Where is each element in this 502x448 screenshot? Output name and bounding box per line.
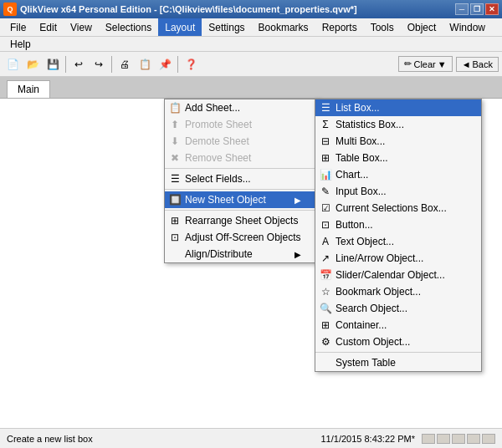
toolbar-save[interactable]: 💾: [44, 55, 62, 74]
menu-help[interactable]: Help: [3, 37, 38, 51]
status-indicators: [422, 434, 495, 444]
chart-icon: 📊: [319, 168, 332, 181]
new-sheet-object-submenu: ☰ List Box... Σ Statistics Box... ⊟ Mult…: [315, 99, 482, 372]
toolbar-paste[interactable]: 📌: [156, 55, 174, 74]
menu-bookmarks[interactable]: Bookmarks: [252, 18, 315, 36]
submenu-list-box[interactable]: ☰ List Box...: [315, 99, 481, 116]
back-button[interactable]: ◄ Back: [456, 57, 499, 72]
system-table-icon: [319, 356, 332, 369]
minimize-button[interactable]: ─: [455, 3, 469, 15]
menu-sep2: [165, 189, 318, 190]
submenu-slider-calendar[interactable]: 📅 Slider/Calendar Object...: [315, 267, 481, 283]
menu-file[interactable]: File: [3, 18, 33, 36]
toolbar-redo[interactable]: ↪: [90, 55, 108, 74]
menu-window[interactable]: Window: [443, 18, 492, 36]
toolbar-help[interactable]: ❓: [182, 55, 200, 74]
title-bar: Q QlikView x64 Personal Edition - [C:\Ql…: [0, 0, 502, 18]
menu-tools[interactable]: Tools: [364, 18, 401, 36]
close-button[interactable]: ✕: [485, 3, 499, 15]
add-sheet-icon: 📋: [168, 101, 182, 115]
toolbar-sep1: [65, 56, 66, 73]
submenu-bookmark-object[interactable]: ☆ Bookmark Object...: [315, 283, 481, 300]
current-selections-icon: ☑: [319, 201, 332, 215]
status-box-2: [437, 434, 450, 444]
clear-arrow: ▼: [438, 59, 447, 69]
select-fields-icon: ☰: [168, 172, 182, 186]
menu-adjust-offscreen[interactable]: ⊡ Adjust Off-Screen Objects: [165, 229, 318, 246]
back-label: Back: [473, 59, 493, 69]
toolbar: 📄 📂 💾 ↩ ↪ 🖨 📋 📌 ❓ ✏ Clear ▼ ◄ Back: [0, 52, 502, 77]
restore-button[interactable]: ❐: [470, 3, 484, 15]
menu-settings[interactable]: Settings: [202, 18, 251, 36]
status-bar: Create a new list box 11/1/2015 8:43:22 …: [0, 428, 502, 448]
submenu-line-arrow-object[interactable]: ↗ Line/Arrow Object...: [315, 250, 481, 267]
menu-edit[interactable]: Edit: [33, 18, 64, 36]
table-box-icon: ⊞: [319, 151, 332, 165]
toolbar-copy[interactable]: 📋: [136, 55, 154, 74]
toolbar-sep2: [111, 56, 112, 73]
menu-sep1: [165, 168, 318, 169]
container-icon: ⊞: [319, 318, 332, 332]
status-box-5: [482, 434, 495, 444]
app-icon: Q: [3, 3, 17, 16]
submenu-button[interactable]: ⊡ Button...: [315, 216, 481, 233]
toolbar-new[interactable]: 📄: [3, 55, 22, 74]
submenu-system-table[interactable]: System Table: [315, 354, 481, 371]
status-box-1: [422, 434, 435, 444]
align-distribute-icon: [168, 247, 182, 261]
status-box-4: [467, 434, 480, 444]
submenu-separator: [315, 352, 481, 353]
menu-selections[interactable]: Selections: [99, 18, 158, 36]
submenu-chart[interactable]: 📊 Chart...: [315, 166, 481, 183]
menu-bar: File Edit View Selections Layout Setting…: [0, 18, 502, 37]
status-box-3: [452, 434, 465, 444]
statistics-box-icon: Σ: [319, 118, 332, 131]
multi-box-icon: ⊟: [319, 135, 332, 148]
main-content: 📋 Add Sheet... ⬆ Promote Sheet ⬇ Demote …: [0, 99, 502, 443]
toolbar-print[interactable]: 🖨: [115, 55, 134, 74]
button-icon: ⊡: [319, 218, 332, 232]
submenu-multi-box[interactable]: ⊟ Multi Box...: [315, 133, 481, 150]
window-controls: ─ ❐ ✕: [455, 3, 499, 15]
rearrange-icon: ⊞: [168, 214, 182, 227]
submenu-text-object[interactable]: A Text Object...: [315, 233, 481, 250]
submenu-input-box[interactable]: ✎ Input Box...: [315, 183, 481, 200]
submenu-arrow-new-sheet-object: ▶: [295, 196, 301, 205]
clear-button[interactable]: ✏ Clear ▼: [398, 56, 452, 72]
eraser-icon: ✏: [404, 59, 412, 69]
submenu-custom-object[interactable]: ⚙ Custom Object...: [315, 333, 481, 350]
slider-calendar-icon: 📅: [319, 268, 332, 282]
bookmark-object-icon: ☆: [319, 285, 332, 298]
menu-layout[interactable]: Layout: [158, 18, 202, 36]
menu-rearrange[interactable]: ⊞ Rearrange Sheet Objects: [165, 212, 318, 229]
custom-object-icon: ⚙: [319, 335, 332, 349]
input-box-icon: ✎: [319, 185, 332, 198]
demote-sheet-icon: ⬇: [168, 135, 182, 148]
submenu-container[interactable]: ⊞ Container...: [315, 317, 481, 333]
sheet-tab-area: Main: [0, 77, 502, 99]
menu-new-sheet-object[interactable]: 🔲 New Sheet Object ▶: [165, 191, 318, 208]
sheet-tab-main[interactable]: Main: [7, 80, 50, 98]
menu-view[interactable]: View: [64, 18, 99, 36]
status-message: Create a new list box: [7, 434, 93, 444]
menu-align-distribute[interactable]: Align/Distribute ▶: [165, 246, 318, 262]
menu-reports[interactable]: Reports: [315, 18, 364, 36]
back-arrow-icon: ◄: [462, 59, 471, 69]
layout-dropdown-menu: 📋 Add Sheet... ⬆ Promote Sheet ⬇ Demote …: [164, 99, 319, 263]
submenu-arrow-align: ▶: [295, 250, 301, 259]
text-object-icon: A: [319, 235, 332, 248]
menu-remove-sheet: ✖ Remove Sheet: [165, 150, 318, 166]
menu-sep3: [165, 210, 318, 211]
menu-add-sheet[interactable]: 📋 Add Sheet...: [165, 99, 318, 116]
submenu-search-object[interactable]: 🔍 Search Object...: [315, 300, 481, 317]
submenu-table-box[interactable]: ⊞ Table Box...: [315, 150, 481, 166]
submenu-statistics-box[interactable]: Σ Statistics Box...: [315, 116, 481, 133]
list-box-icon: ☰: [319, 101, 332, 115]
toolbar-undo[interactable]: ↩: [69, 55, 88, 74]
search-object-icon: 🔍: [319, 302, 332, 315]
submenu-current-selections-box[interactable]: ☑ Current Selections Box...: [315, 200, 481, 216]
toolbar-open[interactable]: 📂: [23, 55, 42, 74]
menu-object[interactable]: Object: [401, 18, 443, 36]
menu-select-fields[interactable]: ☰ Select Fields...: [165, 171, 318, 187]
window-title: QlikView x64 Personal Edition - [C:\Qlik…: [20, 4, 357, 14]
